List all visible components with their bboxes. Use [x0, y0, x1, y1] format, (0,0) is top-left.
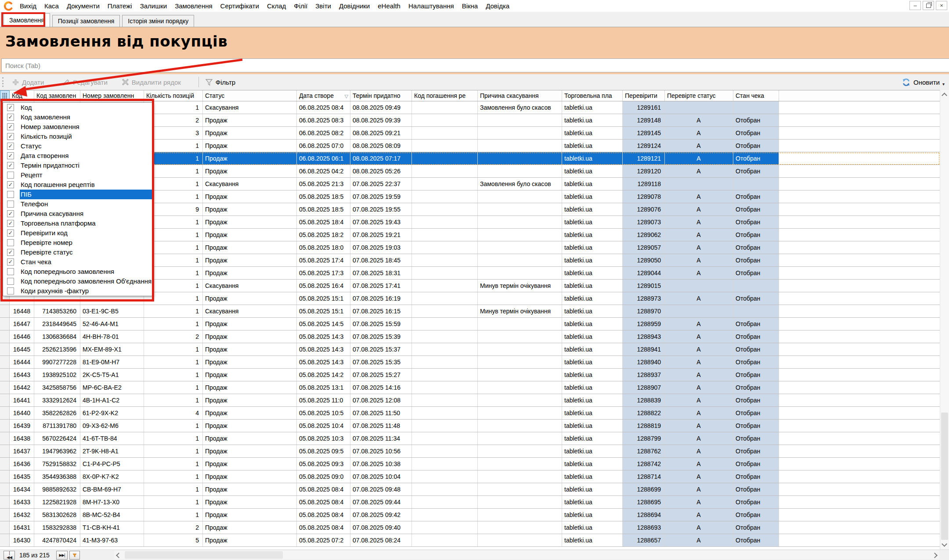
- menu-item-12[interactable]: eHealth: [374, 2, 404, 10]
- cell[interactable]: [412, 203, 478, 215]
- cell[interactable]: Отобран: [733, 458, 779, 470]
- table-row[interactable]: 1644319389251022K-C5-T5-A11Продаж05.08.2…: [0, 369, 940, 381]
- column-chooser-item[interactable]: Телефон: [3, 199, 152, 209]
- table-row[interactable]: 164311583292838T1-CB-KH-412Продаж05.08.2…: [0, 521, 940, 534]
- cell[interactable]: [412, 483, 478, 495]
- cell[interactable]: А: [665, 407, 733, 419]
- cell[interactable]: 07.08.2025 09:42: [350, 509, 412, 521]
- cell[interactable]: tabletki.ua: [562, 470, 623, 483]
- cell[interactable]: [478, 330, 562, 343]
- cell[interactable]: tabletki.ua: [562, 330, 623, 343]
- checkbox-checked-icon[interactable]: ✓: [7, 143, 14, 150]
- cell[interactable]: 2: [144, 114, 203, 126]
- cell[interactable]: Отобран: [733, 267, 779, 279]
- cell[interactable]: А: [665, 458, 733, 470]
- checkbox-unchecked-icon[interactable]: [7, 268, 14, 275]
- table-row[interactable]: 16440358226282661-P2-9X-K24Продаж05.08.2…: [0, 407, 940, 420]
- cell[interactable]: А: [665, 521, 733, 534]
- cell[interactable]: 05.08.2025 08:4: [297, 509, 350, 521]
- menu-item-11[interactable]: Довідники: [335, 2, 374, 10]
- cell[interactable]: 07.08.2025 11:34: [350, 432, 412, 445]
- cell[interactable]: [412, 343, 478, 355]
- cell[interactable]: 1: [144, 152, 203, 165]
- cell[interactable]: [478, 203, 562, 215]
- column-chooser-item[interactable]: ✓Номер замовлення: [3, 122, 152, 132]
- cell[interactable]: 07.08.2025 17:41: [350, 280, 412, 292]
- cell[interactable]: 05.08.2025 09:0: [297, 470, 350, 483]
- cell[interactable]: tabletki.ua: [562, 381, 623, 394]
- cell[interactable]: [478, 534, 562, 546]
- cell[interactable]: 1306836684: [34, 330, 80, 343]
- cell[interactable]: 1: [144, 292, 203, 305]
- cell[interactable]: 16434: [10, 483, 34, 495]
- cell[interactable]: 1289015: [623, 280, 665, 292]
- cell[interactable]: [412, 318, 478, 330]
- cell[interactable]: 06.08.2025 07:0: [297, 140, 350, 152]
- cell[interactable]: tabletki.ua: [562, 496, 623, 508]
- cell[interactable]: 16442: [10, 381, 34, 394]
- cell[interactable]: [412, 496, 478, 508]
- cell[interactable]: А: [665, 190, 733, 203]
- cell[interactable]: 1: [144, 254, 203, 266]
- cell[interactable]: 2K-C5-T5-A1: [80, 369, 144, 381]
- cell[interactable]: Минув термін очікування: [478, 305, 562, 317]
- cell[interactable]: 4247870424: [34, 534, 80, 546]
- cell[interactable]: 1288699: [623, 483, 665, 495]
- cell[interactable]: [478, 254, 562, 266]
- cell[interactable]: 1288822: [623, 407, 665, 419]
- cell[interactable]: [412, 101, 478, 114]
- column-header-6[interactable]: Дата створе▽: [297, 90, 350, 101]
- cell[interactable]: 07.08.2025 19:43: [350, 216, 412, 228]
- cell[interactable]: MX-EM-89-X1: [80, 343, 144, 355]
- table-row[interactable]: 16447231844964552-46-A4-M11Продаж05.08.2…: [0, 318, 940, 330]
- refresh-dropdown-caret[interactable]: ▾: [942, 82, 945, 86]
- cell[interactable]: 05.08.2025 14:3: [297, 330, 350, 343]
- column-chooser-item[interactable]: ✓Причина скасування: [3, 209, 152, 219]
- column-header-8[interactable]: Код погашення ре: [412, 90, 478, 101]
- cell[interactable]: Минув термін очікування: [478, 280, 562, 292]
- cell[interactable]: [478, 432, 562, 445]
- cell[interactable]: [478, 190, 562, 203]
- cell[interactable]: tabletki.ua: [562, 241, 623, 254]
- cell[interactable]: 07.08.2025 12:08: [350, 394, 412, 406]
- cell[interactable]: Продаж: [203, 216, 297, 228]
- cell[interactable]: 08.08.2025 07:17: [350, 152, 412, 165]
- cell[interactable]: 1288839: [623, 394, 665, 406]
- minimize-button[interactable]: –: [909, 1, 921, 10]
- cell[interactable]: Отобран: [733, 470, 779, 483]
- cell[interactable]: Скасування: [203, 305, 297, 317]
- cell[interactable]: 1288959: [623, 318, 665, 330]
- cell[interactable]: А: [665, 509, 733, 521]
- cell[interactable]: 05.08.2025 18:5: [297, 190, 350, 203]
- cell[interactable]: Отобран: [733, 152, 779, 165]
- cell[interactable]: Продаж: [203, 534, 297, 546]
- cell[interactable]: [478, 521, 562, 534]
- cell[interactable]: 1: [144, 267, 203, 279]
- cell[interactable]: [478, 267, 562, 279]
- cell[interactable]: tabletki.ua: [562, 407, 623, 419]
- menu-item-3[interactable]: Документи: [63, 2, 104, 10]
- cell[interactable]: Отобран: [733, 254, 779, 266]
- cell[interactable]: 4B-1H-A1-C2: [80, 394, 144, 406]
- cell[interactable]: А: [665, 394, 733, 406]
- cell[interactable]: [412, 190, 478, 203]
- cell[interactable]: tabletki.ua: [562, 127, 623, 139]
- menu-item-5[interactable]: Залишки: [136, 2, 171, 10]
- cell[interactable]: [412, 152, 478, 165]
- column-header-13[interactable]: Стан чека: [733, 90, 779, 101]
- column-chooser-item[interactable]: ✓Код: [3, 103, 152, 112]
- cell[interactable]: Отобран: [733, 509, 779, 521]
- cell[interactable]: 1288693: [623, 521, 665, 534]
- cell[interactable]: Отобран: [733, 381, 779, 394]
- cell[interactable]: 07.08.2025 15:39: [350, 330, 412, 343]
- cell[interactable]: [665, 178, 733, 190]
- cell[interactable]: 1: [144, 381, 203, 394]
- cell[interactable]: tabletki.ua: [562, 165, 623, 177]
- checkbox-checked-icon[interactable]: ✓: [7, 258, 14, 266]
- cell[interactable]: Отобран: [733, 445, 779, 457]
- cell[interactable]: 03-E1-9C-B5: [80, 305, 144, 317]
- cell[interactable]: [478, 356, 562, 368]
- cell[interactable]: tabletki.ua: [562, 432, 623, 445]
- table-row[interactable]: 16438567022642441-6T-TB-841Продаж05.08.2…: [0, 432, 940, 445]
- cell[interactable]: [478, 445, 562, 457]
